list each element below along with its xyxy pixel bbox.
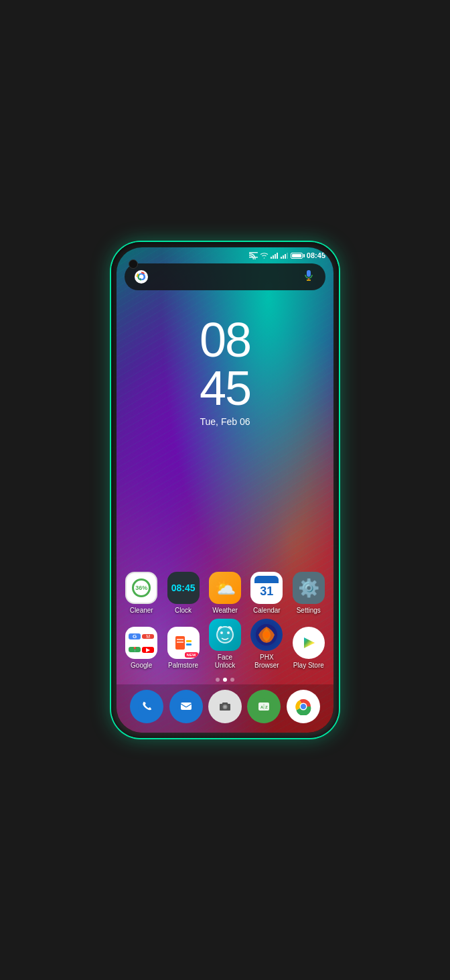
calendar-day: 31 [254, 583, 279, 600]
svg-rect-1 [249, 252, 258, 253]
cleaner-icon: 36% [125, 572, 157, 604]
phx-label: PHXBrowser [254, 654, 279, 670]
weather-icon: ⛅ [209, 572, 241, 604]
youtube-sub-icon: ▶ [142, 647, 154, 653]
signal1-icon [271, 252, 279, 259]
svg-rect-30 [181, 702, 192, 710]
gmail-sub-icon: M [142, 634, 154, 639]
clock-display: 08:45 [171, 583, 196, 593]
app-phx-browser[interactable]: PHXBrowser [247, 619, 286, 670]
clock-label: Clock [175, 607, 192, 615]
search-bar[interactable] [125, 263, 325, 290]
status-time: 08:45 [307, 251, 325, 259]
google-logo [134, 269, 149, 284]
calendar-month [254, 576, 279, 583]
status-icons: 08:45 [249, 251, 325, 259]
google-label: Google [131, 662, 152, 670]
svg-point-35 [224, 706, 226, 709]
svg-rect-9 [287, 253, 288, 259]
dock-messages[interactable] [169, 690, 203, 723]
phone-icon [130, 690, 163, 723]
dock-chrome[interactable] [287, 690, 320, 723]
front-camera [129, 259, 138, 269]
svg-rect-7 [283, 255, 284, 259]
svg-rect-17 [177, 639, 183, 640]
app-row-1: 36% Cleaner 08:45 Clock [117, 572, 333, 615]
app-weather[interactable]: ⛅ Weather [206, 572, 244, 615]
svg-text:Z: Z [265, 705, 268, 709]
settings-label: Settings [297, 607, 321, 615]
weather-cloud-icon: ⛅ [214, 578, 236, 599]
play-store-icon [293, 627, 325, 659]
clock-hour: 08 [200, 316, 250, 364]
app-clock[interactable]: 08:45 Clock [164, 572, 203, 615]
app-palmstore[interactable]: NEW Palmstore [164, 627, 203, 670]
wifi-icon [260, 252, 269, 259]
dock: A Z [117, 684, 333, 733]
new-badge: NEW [185, 652, 198, 658]
mic-icon[interactable] [301, 268, 316, 286]
camera-icon [208, 690, 242, 723]
signal2-icon [281, 252, 289, 259]
cleaner-ring: 36% [132, 578, 151, 597]
cast-icon [249, 252, 258, 259]
dot-1[interactable] [216, 678, 220, 682]
svg-point-23 [227, 631, 230, 634]
app-row-2: G M 📍 ▶ Google [117, 619, 333, 670]
svg-rect-3 [273, 255, 274, 259]
app-play-store[interactable]: Play Store [289, 627, 328, 670]
palmstore-label: Palmstore [168, 662, 198, 670]
svg-point-25 [263, 631, 270, 638]
settings-icon: ⚙️ [293, 572, 325, 604]
play-store-label: Play Store [293, 662, 324, 670]
home-screen: 08:45 [117, 247, 333, 733]
svg-rect-14 [260, 577, 273, 581]
svg-point-28 [138, 698, 155, 715]
contacts-icon: A Z [247, 690, 281, 723]
svg-rect-19 [186, 640, 192, 642]
svg-rect-5 [277, 253, 278, 259]
phone-screen: 08:45 [117, 247, 333, 733]
app-settings[interactable]: ⚙️ Settings [289, 572, 328, 615]
palmstore-icon: NEW [167, 627, 200, 659]
messages-icon [169, 690, 203, 723]
app-face-unlock[interactable]: FaceUnlock [206, 619, 244, 670]
clock-date: Tue, Feb 06 [200, 416, 250, 427]
app-calendar[interactable]: 31 Calendar [247, 572, 286, 615]
dot-2[interactable] [223, 678, 227, 682]
svg-rect-6 [281, 257, 282, 259]
calendar-icon: 31 [250, 572, 283, 604]
google-icon: G M 📍 ▶ [125, 627, 157, 659]
clock-minute: 45 [200, 364, 250, 412]
google-sub-icon: G [129, 633, 141, 639]
app-cleaner[interactable]: 36% Cleaner [122, 572, 161, 615]
svg-point-22 [220, 631, 223, 634]
svg-rect-8 [285, 254, 286, 259]
svg-rect-4 [275, 254, 276, 259]
svg-point-21 [217, 627, 233, 643]
app-google[interactable]: G M 📍 ▶ Google [122, 627, 161, 670]
page-dots [117, 678, 333, 682]
dock-phone[interactable] [130, 690, 163, 723]
dock-contacts[interactable]: A Z [247, 690, 281, 723]
gear-icon: ⚙️ [298, 578, 319, 599]
svg-text:A: A [260, 705, 264, 709]
face-unlock-label: FaceUnlock [215, 654, 236, 670]
status-bar: 08:45 [117, 247, 333, 261]
clock-app-icon: 08:45 [167, 572, 200, 604]
chrome-icon [287, 690, 320, 723]
cleaner-label: Cleaner [130, 607, 153, 615]
svg-point-44 [301, 704, 306, 709]
dock-camera[interactable] [208, 690, 242, 723]
calendar-label: Calendar [253, 607, 281, 615]
battery-icon [291, 253, 305, 259]
phx-icon [250, 619, 283, 651]
maps-sub-icon: 📍 [129, 647, 141, 652]
svg-rect-18 [177, 641, 183, 643]
calendar-inner: 31 [254, 576, 279, 600]
dot-3[interactable] [230, 678, 234, 682]
clock-area: 08 45 Tue, Feb 06 [117, 296, 333, 572]
weather-label: Weather [212, 607, 238, 615]
phone-device: 08:45 [111, 242, 339, 738]
face-unlock-icon [209, 619, 241, 651]
